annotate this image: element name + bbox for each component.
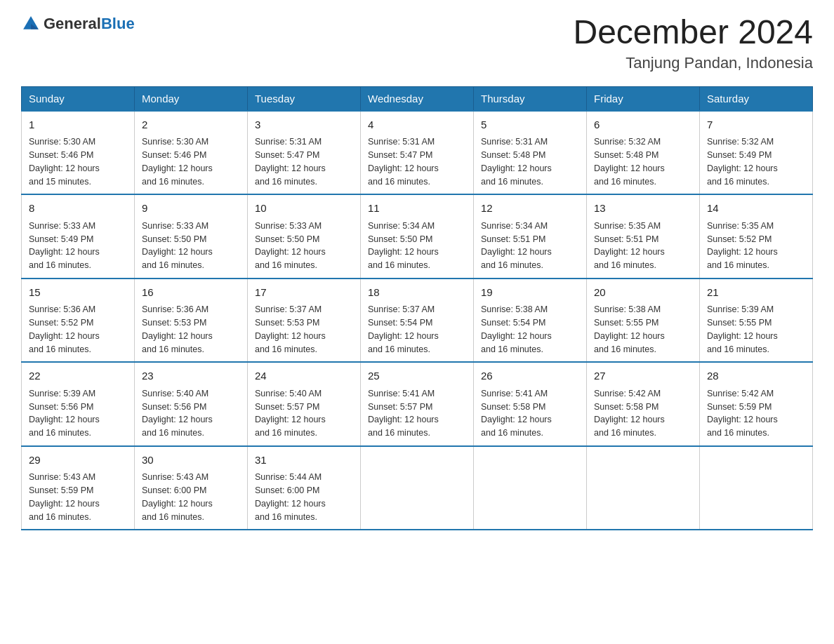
day-info: Sunrise: 5:33 AM Sunset: 5:50 PM Dayligh… bbox=[142, 220, 240, 272]
day-info: Sunrise: 5:43 AM Sunset: 5:59 PM Dayligh… bbox=[29, 471, 127, 523]
week-row-2: 8Sunrise: 5:33 AM Sunset: 5:49 PM Daylig… bbox=[22, 194, 813, 279]
calendar-title: December 2024 bbox=[573, 14, 813, 51]
day-info: Sunrise: 5:30 AM Sunset: 5:46 PM Dayligh… bbox=[142, 135, 240, 188]
day-number: 7 bbox=[707, 117, 805, 133]
day-info: Sunrise: 5:31 AM Sunset: 5:47 PM Dayligh… bbox=[255, 135, 353, 188]
day-number: 3 bbox=[255, 117, 353, 133]
day-number: 28 bbox=[707, 368, 805, 384]
logo-icon bbox=[21, 14, 41, 34]
calendar-cell: 16Sunrise: 5:36 AM Sunset: 5:53 PM Dayli… bbox=[135, 279, 248, 363]
day-number: 25 bbox=[368, 368, 466, 384]
calendar-cell: 13Sunrise: 5:35 AM Sunset: 5:51 PM Dayli… bbox=[587, 194, 700, 279]
calendar-header: SundayMondayTuesdayWednesdayThursdayFrid… bbox=[22, 86, 813, 111]
calendar-cell: 8Sunrise: 5:33 AM Sunset: 5:49 PM Daylig… bbox=[22, 194, 135, 279]
day-info: Sunrise: 5:34 AM Sunset: 5:51 PM Dayligh… bbox=[481, 220, 579, 272]
header-thursday: Thursday bbox=[474, 86, 587, 111]
week-row-5: 29Sunrise: 5:43 AM Sunset: 5:59 PM Dayli… bbox=[22, 446, 813, 530]
day-info: Sunrise: 5:42 AM Sunset: 5:58 PM Dayligh… bbox=[594, 387, 692, 440]
day-info: Sunrise: 5:33 AM Sunset: 5:49 PM Dayligh… bbox=[29, 220, 127, 272]
day-number: 26 bbox=[481, 368, 579, 384]
calendar-cell: 25Sunrise: 5:41 AM Sunset: 5:57 PM Dayli… bbox=[361, 362, 474, 446]
week-row-4: 22Sunrise: 5:39 AM Sunset: 5:56 PM Dayli… bbox=[22, 362, 813, 446]
calendar-cell: 11Sunrise: 5:34 AM Sunset: 5:50 PM Dayli… bbox=[361, 194, 474, 279]
header-monday: Monday bbox=[135, 86, 248, 111]
day-number: 9 bbox=[142, 201, 240, 217]
day-info: Sunrise: 5:32 AM Sunset: 5:48 PM Dayligh… bbox=[594, 135, 692, 188]
calendar-cell bbox=[700, 446, 813, 530]
calendar-cell: 30Sunrise: 5:43 AM Sunset: 6:00 PM Dayli… bbox=[135, 446, 248, 530]
day-number: 1 bbox=[29, 117, 127, 133]
calendar-cell: 21Sunrise: 5:39 AM Sunset: 5:55 PM Dayli… bbox=[700, 279, 813, 363]
day-info: Sunrise: 5:36 AM Sunset: 5:53 PM Dayligh… bbox=[142, 303, 240, 356]
calendar-table: SundayMondayTuesdayWednesdayThursdayFrid… bbox=[21, 86, 813, 531]
day-info: Sunrise: 5:40 AM Sunset: 5:56 PM Dayligh… bbox=[142, 387, 240, 440]
day-number: 29 bbox=[29, 452, 127, 469]
day-info: Sunrise: 5:38 AM Sunset: 5:55 PM Dayligh… bbox=[594, 303, 692, 356]
day-number: 2 bbox=[142, 117, 240, 133]
day-info: Sunrise: 5:37 AM Sunset: 5:53 PM Dayligh… bbox=[255, 303, 353, 356]
calendar-cell: 17Sunrise: 5:37 AM Sunset: 5:53 PM Dayli… bbox=[248, 279, 361, 363]
logo: GeneralBlue bbox=[21, 14, 135, 34]
header-saturday: Saturday bbox=[700, 86, 813, 111]
day-info: Sunrise: 5:32 AM Sunset: 5:49 PM Dayligh… bbox=[707, 135, 805, 188]
day-number: 24 bbox=[255, 368, 353, 384]
calendar-cell: 31Sunrise: 5:44 AM Sunset: 6:00 PM Dayli… bbox=[248, 446, 361, 530]
day-number: 6 bbox=[594, 117, 692, 133]
day-number: 21 bbox=[707, 285, 805, 301]
day-number: 10 bbox=[255, 201, 353, 217]
calendar-cell: 20Sunrise: 5:38 AM Sunset: 5:55 PM Dayli… bbox=[587, 279, 700, 363]
calendar-body: 1Sunrise: 5:30 AM Sunset: 5:46 PM Daylig… bbox=[22, 111, 813, 530]
calendar-cell bbox=[474, 446, 587, 530]
day-number: 18 bbox=[368, 285, 466, 301]
calendar-cell: 1Sunrise: 5:30 AM Sunset: 5:46 PM Daylig… bbox=[22, 111, 135, 195]
week-row-1: 1Sunrise: 5:30 AM Sunset: 5:46 PM Daylig… bbox=[22, 111, 813, 195]
calendar-cell: 29Sunrise: 5:43 AM Sunset: 5:59 PM Dayli… bbox=[22, 446, 135, 530]
calendar-cell: 4Sunrise: 5:31 AM Sunset: 5:47 PM Daylig… bbox=[361, 111, 474, 195]
day-number: 11 bbox=[368, 201, 466, 217]
day-info: Sunrise: 5:31 AM Sunset: 5:48 PM Dayligh… bbox=[481, 135, 579, 188]
day-info: Sunrise: 5:39 AM Sunset: 5:55 PM Dayligh… bbox=[707, 303, 805, 356]
calendar-cell: 23Sunrise: 5:40 AM Sunset: 5:56 PM Dayli… bbox=[135, 362, 248, 446]
calendar-cell: 26Sunrise: 5:41 AM Sunset: 5:58 PM Dayli… bbox=[474, 362, 587, 446]
calendar-cell: 5Sunrise: 5:31 AM Sunset: 5:48 PM Daylig… bbox=[474, 111, 587, 195]
day-info: Sunrise: 5:35 AM Sunset: 5:51 PM Dayligh… bbox=[594, 220, 692, 272]
calendar-cell: 19Sunrise: 5:38 AM Sunset: 5:54 PM Dayli… bbox=[474, 279, 587, 363]
title-section: December 2024 Tanjung Pandan, Indonesia bbox=[573, 14, 813, 72]
calendar-cell: 18Sunrise: 5:37 AM Sunset: 5:54 PM Dayli… bbox=[361, 279, 474, 363]
day-number: 27 bbox=[594, 368, 692, 384]
calendar-cell: 12Sunrise: 5:34 AM Sunset: 5:51 PM Dayli… bbox=[474, 194, 587, 279]
calendar-subtitle: Tanjung Pandan, Indonesia bbox=[573, 54, 813, 72]
day-info: Sunrise: 5:35 AM Sunset: 5:52 PM Dayligh… bbox=[707, 220, 805, 272]
day-number: 5 bbox=[481, 117, 579, 133]
calendar-cell: 24Sunrise: 5:40 AM Sunset: 5:57 PM Dayli… bbox=[248, 362, 361, 446]
header-sunday: Sunday bbox=[22, 86, 135, 111]
day-info: Sunrise: 5:37 AM Sunset: 5:54 PM Dayligh… bbox=[368, 303, 466, 356]
day-info: Sunrise: 5:44 AM Sunset: 6:00 PM Dayligh… bbox=[255, 471, 353, 523]
day-number: 16 bbox=[142, 285, 240, 301]
day-info: Sunrise: 5:41 AM Sunset: 5:57 PM Dayligh… bbox=[368, 387, 466, 440]
day-info: Sunrise: 5:41 AM Sunset: 5:58 PM Dayligh… bbox=[481, 387, 579, 440]
calendar-cell: 2Sunrise: 5:30 AM Sunset: 5:46 PM Daylig… bbox=[135, 111, 248, 195]
day-info: Sunrise: 5:30 AM Sunset: 5:46 PM Dayligh… bbox=[29, 135, 127, 188]
day-number: 17 bbox=[255, 285, 353, 301]
day-info: Sunrise: 5:40 AM Sunset: 5:57 PM Dayligh… bbox=[255, 387, 353, 440]
week-row-3: 15Sunrise: 5:36 AM Sunset: 5:52 PM Dayli… bbox=[22, 279, 813, 363]
day-info: Sunrise: 5:36 AM Sunset: 5:52 PM Dayligh… bbox=[29, 303, 127, 356]
logo-text-general: General bbox=[44, 15, 101, 32]
calendar-cell: 28Sunrise: 5:42 AM Sunset: 5:59 PM Dayli… bbox=[700, 362, 813, 446]
calendar-cell: 3Sunrise: 5:31 AM Sunset: 5:47 PM Daylig… bbox=[248, 111, 361, 195]
day-number: 15 bbox=[29, 285, 127, 301]
day-number: 20 bbox=[594, 285, 692, 301]
page-header: GeneralBlue December 2024 Tanjung Pandan… bbox=[21, 14, 813, 72]
day-number: 14 bbox=[707, 201, 805, 217]
day-number: 31 bbox=[255, 452, 353, 469]
header-tuesday: Tuesday bbox=[248, 86, 361, 111]
calendar-cell bbox=[361, 446, 474, 530]
day-info: Sunrise: 5:39 AM Sunset: 5:56 PM Dayligh… bbox=[29, 387, 127, 440]
day-info: Sunrise: 5:38 AM Sunset: 5:54 PM Dayligh… bbox=[481, 303, 579, 356]
day-info: Sunrise: 5:43 AM Sunset: 6:00 PM Dayligh… bbox=[142, 471, 240, 523]
calendar-cell: 10Sunrise: 5:33 AM Sunset: 5:50 PM Dayli… bbox=[248, 194, 361, 279]
day-number: 23 bbox=[142, 368, 240, 384]
calendar-cell: 6Sunrise: 5:32 AM Sunset: 5:48 PM Daylig… bbox=[587, 111, 700, 195]
day-number: 19 bbox=[481, 285, 579, 301]
